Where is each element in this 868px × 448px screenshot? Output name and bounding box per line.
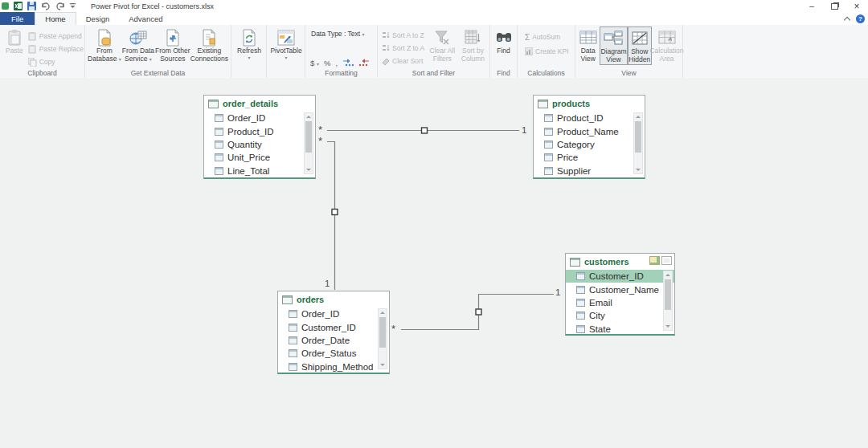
scroll-thumb[interactable] bbox=[305, 121, 312, 153]
from-data-service-button[interactable]: From Data Service ▾ bbox=[121, 26, 155, 68]
from-database-button[interactable]: From Database ▾ bbox=[88, 26, 121, 68]
tab-file[interactable]: File bbox=[0, 12, 35, 25]
field-row[interactable]: Quantity bbox=[204, 138, 315, 151]
thousands-format-button[interactable]: , bbox=[335, 59, 338, 67]
maximize-table-icon[interactable] bbox=[661, 256, 672, 265]
paste-append-button[interactable]: Paste Append bbox=[28, 31, 84, 42]
customize-qat-icon[interactable] bbox=[70, 2, 76, 10]
field-row[interactable]: Order_Date bbox=[278, 334, 389, 347]
restore-button[interactable] bbox=[823, 0, 845, 12]
scroll-up-icon[interactable] bbox=[305, 113, 313, 120]
field-icon bbox=[544, 141, 553, 149]
scroll-thumb[interactable] bbox=[379, 317, 386, 348]
help-icon[interactable]: ? bbox=[856, 14, 865, 23]
scroll-thumb[interactable] bbox=[635, 121, 641, 153]
field-row[interactable]: Order_ID bbox=[204, 112, 315, 124]
table-header[interactable]: customers bbox=[566, 254, 674, 270]
currency-format-button[interactable]: $ ▾ bbox=[310, 59, 319, 67]
field-row[interactable]: Customer_ID bbox=[278, 320, 389, 333]
field-row-selected[interactable]: Customer_ID bbox=[566, 270, 674, 283]
paste-button[interactable]: Paste bbox=[1, 26, 28, 68]
scroll-down-icon[interactable] bbox=[664, 323, 672, 330]
table-products[interactable]: products Product_ID Product_Name Categor… bbox=[533, 95, 645, 179]
existing-connections-icon bbox=[201, 28, 217, 47]
existing-connections-button[interactable]: Existing Connections bbox=[190, 26, 228, 68]
collapse-ribbon-icon[interactable] bbox=[845, 17, 850, 21]
data-type-dropdown[interactable]: Data Type : Text ▾ bbox=[306, 26, 376, 38]
refresh-button[interactable]: Refresh ▾ bbox=[232, 26, 266, 60]
autosum-button[interactable]: Σ AutoSum bbox=[525, 31, 574, 43]
ribbon-tabs: File Home Design Advanced bbox=[0, 12, 868, 26]
table-name: customers bbox=[584, 257, 629, 267]
minimize-button[interactable]: – bbox=[800, 0, 823, 12]
create-hierarchy-icon[interactable] bbox=[649, 256, 660, 265]
pivottable-button[interactable]: PivotTable ▾ bbox=[268, 26, 305, 60]
field-name: Category bbox=[557, 140, 595, 149]
field-row[interactable]: Product_ID bbox=[204, 124, 315, 137]
diagram-canvas[interactable]: * 1 * 1 * 1 order_details Order_ID Produ… bbox=[0, 78, 868, 448]
field-row[interactable]: Unit_Price bbox=[204, 151, 315, 164]
table-scrollbar[interactable] bbox=[633, 112, 643, 174]
table-header[interactable]: orders bbox=[278, 291, 389, 307]
table-customers[interactable]: customers Customer_ID Customer_Name Emai… bbox=[565, 253, 675, 336]
table-orders[interactable]: orders Order_ID Customer_ID Order_Date O… bbox=[277, 291, 390, 374]
decrease-decimal-icon[interactable] bbox=[358, 59, 370, 67]
percent-format-button[interactable]: % bbox=[324, 59, 330, 67]
field-row[interactable]: City bbox=[566, 309, 674, 322]
excel-icon[interactable] bbox=[14, 2, 23, 10]
scroll-down-icon[interactable] bbox=[634, 166, 642, 173]
field-row[interactable]: Category bbox=[534, 138, 645, 151]
scroll-down-icon[interactable] bbox=[305, 166, 313, 173]
table-order-details[interactable]: order_details Order_ID Product_ID Quanti… bbox=[203, 95, 316, 179]
sort-z-to-a-button[interactable]: Sort Z to A bbox=[382, 43, 428, 54]
scroll-down-icon[interactable] bbox=[379, 361, 387, 369]
clear-sort-button[interactable]: Clear Sort bbox=[382, 55, 428, 67]
paste-replace-icon bbox=[28, 45, 37, 54]
create-kpi-button[interactable]: Create KPI bbox=[525, 46, 574, 57]
scroll-thumb[interactable] bbox=[665, 279, 671, 310]
field-row[interactable]: Product_Name bbox=[534, 124, 645, 137]
find-button[interactable]: Find bbox=[492, 26, 516, 55]
tab-advanced[interactable]: Advanced bbox=[119, 12, 172, 25]
table-header[interactable]: products bbox=[534, 96, 645, 112]
scroll-up-icon[interactable] bbox=[634, 113, 642, 120]
field-row[interactable]: Product_ID bbox=[534, 112, 645, 124]
tab-home[interactable]: Home bbox=[35, 12, 76, 25]
show-hidden-button[interactable]: Show Hidden bbox=[628, 26, 652, 65]
field-row[interactable]: State bbox=[566, 323, 674, 336]
field-row[interactable]: Order_Status bbox=[278, 347, 389, 360]
save-icon[interactable] bbox=[27, 2, 36, 10]
table-scrollbar[interactable] bbox=[378, 308, 387, 369]
paste-replace-button[interactable]: Paste Replace bbox=[28, 43, 84, 55]
calculation-area-button[interactable]: Calculation Area bbox=[652, 26, 682, 65]
redo-icon[interactable] bbox=[55, 2, 65, 10]
diagram-view-button[interactable]: Diagram View bbox=[600, 26, 627, 65]
table-scrollbar[interactable] bbox=[304, 112, 313, 174]
one-cardinality-label: 1 bbox=[522, 125, 526, 135]
field-row[interactable]: Price bbox=[534, 151, 645, 164]
undo-icon[interactable] bbox=[41, 2, 51, 10]
field-row[interactable]: Email bbox=[566, 296, 674, 309]
sort-by-column-button[interactable]: Sort by Column bbox=[457, 26, 489, 68]
field-name: Order_Date bbox=[301, 336, 350, 345]
sort-a-to-z-button[interactable]: Sort A to Z bbox=[382, 30, 428, 41]
field-row[interactable]: Customer_Name bbox=[566, 283, 674, 295]
tab-design[interactable]: Design bbox=[76, 12, 120, 25]
close-button[interactable]: × bbox=[845, 0, 868, 12]
copy-button[interactable]: Copy bbox=[28, 56, 84, 67]
relationship-lines[interactable] bbox=[0, 78, 868, 448]
data-view-button[interactable]: Data View bbox=[576, 26, 600, 65]
field-row[interactable]: Order_ID bbox=[278, 307, 389, 320]
field-name: Shipping_Method bbox=[301, 362, 374, 372]
increase-decimal-icon[interactable] bbox=[342, 59, 354, 67]
table-scrollbar[interactable] bbox=[663, 271, 673, 331]
scroll-up-icon[interactable] bbox=[664, 271, 672, 279]
from-other-sources-button[interactable]: From Other Sources bbox=[155, 26, 190, 68]
clear-all-filters-button[interactable]: Clear All Filters bbox=[428, 26, 457, 68]
scroll-up-icon[interactable] bbox=[379, 309, 387, 316]
field-row[interactable]: Shipping_Method bbox=[278, 360, 389, 373]
field-row[interactable]: Supplier bbox=[534, 165, 645, 177]
restore-icon bbox=[831, 3, 838, 10]
table-header[interactable]: order_details bbox=[204, 96, 315, 112]
field-row[interactable]: Line_Total bbox=[204, 165, 315, 177]
